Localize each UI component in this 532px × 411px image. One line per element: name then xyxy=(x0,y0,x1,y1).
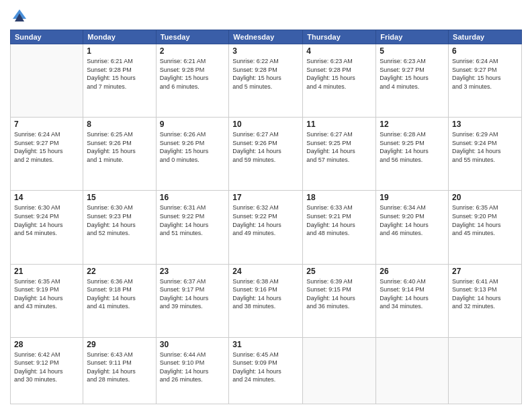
day-number: 6 xyxy=(452,46,518,56)
day-cell: 16Sunrise: 6:31 AM Sunset: 9:22 PM Dayli… xyxy=(156,191,229,264)
day-number: 27 xyxy=(452,267,518,276)
day-cell: 2Sunrise: 6:21 AM Sunset: 9:28 PM Daylig… xyxy=(156,44,229,118)
day-cell: 23Sunrise: 6:37 AM Sunset: 9:17 PM Dayli… xyxy=(156,264,229,337)
day-cell: 15Sunrise: 6:30 AM Sunset: 9:23 PM Dayli… xyxy=(83,191,156,264)
day-cell: 12Sunrise: 6:28 AM Sunset: 9:25 PM Dayli… xyxy=(376,118,449,191)
day-number: 8 xyxy=(87,120,152,129)
day-cell: 26Sunrise: 6:40 AM Sunset: 9:14 PM Dayli… xyxy=(376,264,449,337)
day-cell: 24Sunrise: 6:38 AM Sunset: 9:16 PM Dayli… xyxy=(229,264,303,337)
day-cell: 30Sunrise: 6:44 AM Sunset: 9:10 PM Dayli… xyxy=(156,337,229,404)
day-cell xyxy=(449,337,522,404)
day-number: 5 xyxy=(380,46,445,56)
day-info: Sunrise: 6:23 AM Sunset: 9:28 PM Dayligh… xyxy=(306,57,372,91)
day-info: Sunrise: 6:26 AM Sunset: 9:26 PM Dayligh… xyxy=(160,130,226,164)
calendar-week-2: 7Sunrise: 6:24 AM Sunset: 9:27 PM Daylig… xyxy=(11,118,522,191)
logo-icon xyxy=(10,7,29,26)
day-info: Sunrise: 6:23 AM Sunset: 9:27 PM Dayligh… xyxy=(380,57,445,91)
weekday-header-wednesday: Wednesday xyxy=(229,30,303,44)
calendar-week-5: 28Sunrise: 6:42 AM Sunset: 9:12 PM Dayli… xyxy=(11,337,522,404)
day-number: 11 xyxy=(306,120,372,129)
day-info: Sunrise: 6:28 AM Sunset: 9:25 PM Dayligh… xyxy=(380,130,445,164)
day-info: Sunrise: 6:29 AM Sunset: 9:24 PM Dayligh… xyxy=(452,130,518,164)
day-number: 22 xyxy=(87,267,152,276)
day-info: Sunrise: 6:24 AM Sunset: 9:27 PM Dayligh… xyxy=(452,57,518,91)
header xyxy=(10,7,522,26)
day-number: 3 xyxy=(232,46,299,56)
day-cell: 9Sunrise: 6:26 AM Sunset: 9:26 PM Daylig… xyxy=(156,118,229,191)
calendar-week-4: 21Sunrise: 6:35 AM Sunset: 9:19 PM Dayli… xyxy=(11,264,522,337)
day-number: 20 xyxy=(452,193,518,202)
day-info: Sunrise: 6:24 AM Sunset: 9:27 PM Dayligh… xyxy=(14,130,79,164)
weekday-header-row: SundayMondayTuesdayWednesdayThursdayFrid… xyxy=(11,30,522,44)
day-cell: 11Sunrise: 6:27 AM Sunset: 9:25 PM Dayli… xyxy=(303,118,376,191)
day-cell: 31Sunrise: 6:45 AM Sunset: 9:09 PM Dayli… xyxy=(229,337,303,404)
day-cell: 25Sunrise: 6:39 AM Sunset: 9:15 PM Dayli… xyxy=(303,264,376,337)
day-number: 16 xyxy=(160,193,226,202)
day-number: 14 xyxy=(14,193,79,202)
calendar-week-3: 14Sunrise: 6:30 AM Sunset: 9:24 PM Dayli… xyxy=(11,191,522,264)
day-info: Sunrise: 6:30 AM Sunset: 9:24 PM Dayligh… xyxy=(14,203,79,237)
day-number: 24 xyxy=(232,267,299,276)
day-cell: 7Sunrise: 6:24 AM Sunset: 9:27 PM Daylig… xyxy=(11,118,83,191)
day-cell: 28Sunrise: 6:42 AM Sunset: 9:12 PM Dayli… xyxy=(11,337,83,404)
day-info: Sunrise: 6:27 AM Sunset: 9:25 PM Dayligh… xyxy=(306,130,372,164)
calendar-table: SundayMondayTuesdayWednesdayThursdayFrid… xyxy=(10,30,522,404)
day-info: Sunrise: 6:33 AM Sunset: 9:21 PM Dayligh… xyxy=(306,203,372,237)
day-info: Sunrise: 6:45 AM Sunset: 9:09 PM Dayligh… xyxy=(232,351,299,384)
day-info: Sunrise: 6:32 AM Sunset: 9:22 PM Dayligh… xyxy=(232,203,299,237)
day-info: Sunrise: 6:27 AM Sunset: 9:26 PM Dayligh… xyxy=(232,130,299,164)
page: SundayMondayTuesdayWednesdayThursdayFrid… xyxy=(0,0,532,411)
day-cell: 3Sunrise: 6:22 AM Sunset: 9:28 PM Daylig… xyxy=(229,44,303,118)
day-cell: 4Sunrise: 6:23 AM Sunset: 9:28 PM Daylig… xyxy=(303,44,376,118)
day-info: Sunrise: 6:21 AM Sunset: 9:28 PM Dayligh… xyxy=(160,57,226,91)
weekday-header-saturday: Saturday xyxy=(449,30,522,44)
weekday-header-monday: Monday xyxy=(83,30,156,44)
day-cell: 13Sunrise: 6:29 AM Sunset: 9:24 PM Dayli… xyxy=(449,118,522,191)
day-cell: 6Sunrise: 6:24 AM Sunset: 9:27 PM Daylig… xyxy=(449,44,522,118)
day-number: 25 xyxy=(306,267,372,276)
day-cell xyxy=(303,337,376,404)
day-number: 1 xyxy=(87,46,152,56)
day-number: 19 xyxy=(380,193,445,202)
day-cell: 19Sunrise: 6:34 AM Sunset: 9:20 PM Dayli… xyxy=(376,191,449,264)
day-number: 17 xyxy=(232,193,299,202)
day-number: 31 xyxy=(232,340,299,349)
day-cell: 21Sunrise: 6:35 AM Sunset: 9:19 PM Dayli… xyxy=(11,264,83,337)
day-info: Sunrise: 6:38 AM Sunset: 9:16 PM Dayligh… xyxy=(232,277,299,311)
day-cell: 18Sunrise: 6:33 AM Sunset: 9:21 PM Dayli… xyxy=(303,191,376,264)
day-info: Sunrise: 6:21 AM Sunset: 9:28 PM Dayligh… xyxy=(87,57,152,91)
day-cell: 17Sunrise: 6:32 AM Sunset: 9:22 PM Dayli… xyxy=(229,191,303,264)
day-cell: 14Sunrise: 6:30 AM Sunset: 9:24 PM Dayli… xyxy=(11,191,83,264)
day-cell: 1Sunrise: 6:21 AM Sunset: 9:28 PM Daylig… xyxy=(83,44,156,118)
day-number: 30 xyxy=(160,340,226,349)
day-number: 15 xyxy=(87,193,152,202)
day-number: 23 xyxy=(160,267,226,276)
day-info: Sunrise: 6:44 AM Sunset: 9:10 PM Dayligh… xyxy=(160,351,226,384)
day-number: 13 xyxy=(452,120,518,129)
day-info: Sunrise: 6:41 AM Sunset: 9:13 PM Dayligh… xyxy=(452,277,518,311)
day-number: 28 xyxy=(14,340,79,349)
weekday-header-tuesday: Tuesday xyxy=(156,30,229,44)
day-number: 18 xyxy=(306,193,372,202)
day-number: 21 xyxy=(14,267,79,276)
day-info: Sunrise: 6:36 AM Sunset: 9:18 PM Dayligh… xyxy=(87,277,152,311)
weekday-header-sunday: Sunday xyxy=(11,30,83,44)
day-cell: 29Sunrise: 6:43 AM Sunset: 9:11 PM Dayli… xyxy=(83,337,156,404)
day-info: Sunrise: 6:42 AM Sunset: 9:12 PM Dayligh… xyxy=(14,351,79,384)
day-info: Sunrise: 6:37 AM Sunset: 9:17 PM Dayligh… xyxy=(160,277,226,311)
day-cell: 10Sunrise: 6:27 AM Sunset: 9:26 PM Dayli… xyxy=(229,118,303,191)
day-info: Sunrise: 6:22 AM Sunset: 9:28 PM Dayligh… xyxy=(232,57,299,91)
calendar-week-1: 1Sunrise: 6:21 AM Sunset: 9:28 PM Daylig… xyxy=(11,44,522,118)
day-number: 10 xyxy=(232,120,299,129)
day-info: Sunrise: 6:39 AM Sunset: 9:15 PM Dayligh… xyxy=(306,277,372,311)
day-info: Sunrise: 6:30 AM Sunset: 9:23 PM Dayligh… xyxy=(87,203,152,237)
day-number: 29 xyxy=(87,340,152,349)
day-info: Sunrise: 6:34 AM Sunset: 9:20 PM Dayligh… xyxy=(380,203,445,237)
day-number: 4 xyxy=(306,46,372,56)
day-info: Sunrise: 6:35 AM Sunset: 9:19 PM Dayligh… xyxy=(14,277,79,311)
day-cell: 27Sunrise: 6:41 AM Sunset: 9:13 PM Dayli… xyxy=(449,264,522,337)
day-cell xyxy=(11,44,83,118)
day-info: Sunrise: 6:31 AM Sunset: 9:22 PM Dayligh… xyxy=(160,203,226,237)
day-info: Sunrise: 6:43 AM Sunset: 9:11 PM Dayligh… xyxy=(87,351,152,384)
day-info: Sunrise: 6:40 AM Sunset: 9:14 PM Dayligh… xyxy=(380,277,445,311)
